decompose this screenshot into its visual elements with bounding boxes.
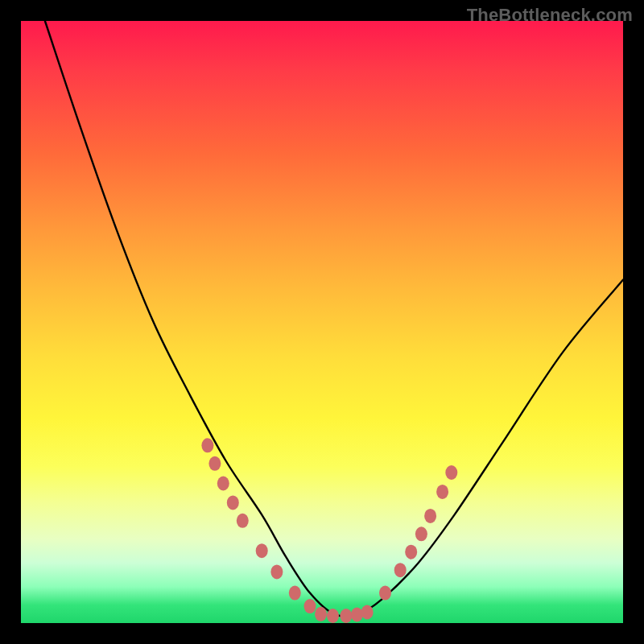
marker-dot	[256, 543, 268, 558]
marker-dot	[379, 586, 391, 601]
marker-dot	[394, 563, 407, 577]
watermark-text: TheBottleneck.com	[467, 5, 633, 26]
curve-markers	[201, 438, 457, 623]
marker-dot	[270, 564, 283, 579]
marker-dot	[415, 526, 427, 541]
marker-dot	[351, 608, 363, 622]
marker-dot	[361, 605, 374, 620]
marker-dot	[289, 586, 301, 601]
chart-svg	[21, 21, 623, 623]
chart-plot-area	[21, 21, 623, 623]
marker-dot	[445, 465, 457, 480]
bottleneck-curve	[45, 21, 623, 617]
marker-dot	[208, 456, 221, 471]
marker-dot	[237, 514, 249, 528]
marker-dot	[340, 609, 352, 623]
chart-frame: TheBottleneck.com	[0, 0, 644, 644]
marker-dot	[405, 545, 417, 559]
marker-dot	[436, 485, 448, 499]
marker-dot	[201, 438, 213, 452]
marker-dot	[304, 599, 316, 613]
marker-dot	[327, 609, 339, 623]
marker-dot	[315, 607, 327, 621]
marker-dot	[227, 495, 239, 510]
marker-dot	[217, 477, 229, 491]
marker-dot	[424, 509, 436, 523]
